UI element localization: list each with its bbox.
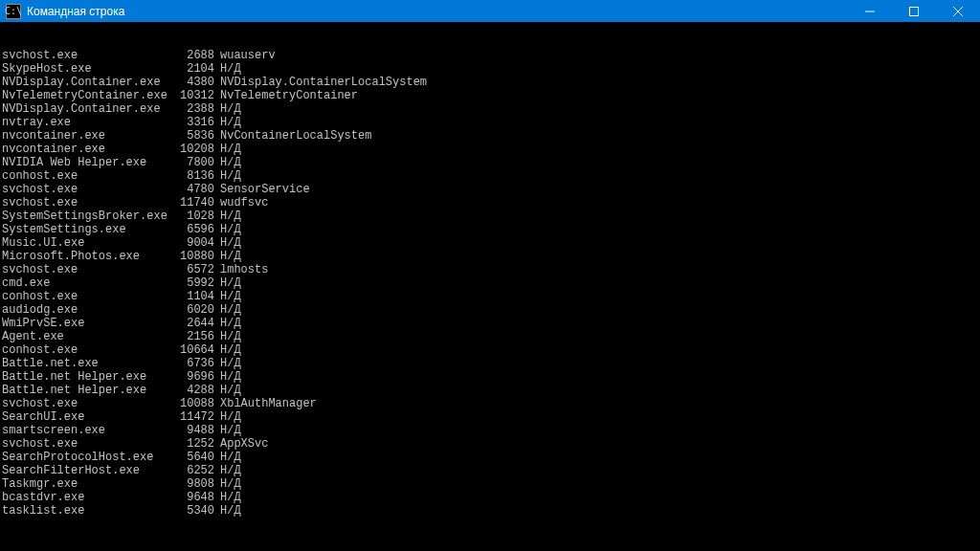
process-name: svchost.exe: [2, 49, 174, 62]
process-pid: 2156: [174, 330, 214, 343]
process-name: WmiPrvSE.exe: [2, 317, 174, 330]
process-name: SkypeHost.exe: [2, 62, 174, 76]
process-service: NVDisplay.ContainerLocalSystem: [220, 76, 427, 89]
process-name: nvcontainer.exe: [2, 143, 174, 156]
process-name: conhost.exe: [2, 290, 174, 303]
process-pid: 6020: [174, 303, 214, 317]
process-row: audiodg.exe6020Н/Д: [2, 303, 978, 317]
process-row: conhost.exe10664Н/Д: [2, 343, 978, 357]
process-row: tasklist.exe5340Н/Д: [2, 504, 978, 518]
process-name: SearchFilterHost.exe: [2, 464, 174, 477]
process-name: nvtray.exe: [2, 116, 174, 129]
process-service: SensorService: [220, 183, 310, 196]
process-name: NVIDIA Web Helper.exe: [2, 156, 174, 169]
terminal-output[interactable]: svchost.exe2688wuauservSkypeHost.exe2104…: [0, 22, 980, 551]
process-service: Н/Д: [220, 464, 241, 477]
process-row: Agent.exe2156Н/Д: [2, 330, 978, 343]
process-name: Microsoft.Photos.exe: [2, 250, 174, 263]
svg-rect-1: [910, 7, 919, 15]
process-service: lmhosts: [220, 263, 268, 276]
process-service: Н/Д: [220, 410, 241, 424]
process-row: NVDisplay.Container.exe2388Н/Д: [2, 102, 978, 116]
process-pid: 1028: [174, 209, 214, 223]
close-icon: [953, 7, 963, 16]
process-pid: 9488: [174, 424, 214, 437]
close-button[interactable]: [936, 0, 980, 22]
process-row: nvcontainer.exe10208Н/Д: [2, 143, 978, 156]
process-service: Н/Д: [220, 330, 241, 343]
process-service: wuauserv: [220, 49, 276, 62]
process-name: svchost.exe: [2, 437, 174, 451]
process-name: SystemSettings.exe: [2, 223, 174, 236]
process-service: Н/Д: [220, 102, 241, 116]
process-name: svchost.exe: [2, 183, 174, 196]
cmd-icon: C:\: [6, 4, 21, 19]
titlebar[interactable]: C:\ Командная строка: [0, 0, 980, 22]
process-service: Н/Д: [220, 491, 241, 504]
process-service: Н/Д: [220, 62, 241, 76]
process-row: svchost.exe10088XblAuthManager: [2, 397, 978, 410]
process-pid: 2644: [174, 317, 214, 330]
process-name: Music.UI.exe: [2, 236, 174, 250]
process-row: SystemSettings.exe6596Н/Д: [2, 223, 978, 236]
process-service: Н/Д: [220, 370, 241, 384]
process-row: svchost.exe2688wuauserv: [2, 49, 978, 62]
process-pid: 5836: [174, 129, 214, 143]
process-row: SkypeHost.exe2104Н/Д: [2, 62, 978, 76]
process-service: Н/Д: [220, 477, 241, 491]
process-pid: 9004: [174, 236, 214, 250]
process-name: bcastdvr.exe: [2, 491, 174, 504]
process-row: SearchUI.exe11472Н/Д: [2, 410, 978, 424]
process-service: Н/Д: [220, 276, 241, 290]
minimize-button[interactable]: [848, 0, 892, 22]
process-service: Н/Д: [220, 143, 241, 156]
process-row: WmiPrvSE.exe2644Н/Д: [2, 317, 978, 330]
process-row: SystemSettingsBroker.exe1028Н/Д: [2, 209, 978, 223]
process-pid: 4780: [174, 183, 214, 196]
process-pid: 6596: [174, 223, 214, 236]
process-name: tasklist.exe: [2, 504, 174, 518]
process-name: Taskmgr.exe: [2, 477, 174, 491]
process-name: SystemSettingsBroker.exe: [2, 209, 174, 223]
process-pid: 5640: [174, 451, 214, 464]
process-service: Н/Д: [220, 424, 241, 437]
process-pid: 2388: [174, 102, 214, 116]
process-service: NvContainerLocalSystem: [220, 129, 371, 143]
process-service: Н/Д: [220, 317, 241, 330]
process-name: NvTelemetryContainer.exe: [2, 89, 174, 102]
process-pid: 10664: [174, 343, 214, 357]
process-service: NvTelemetryContainer: [220, 89, 358, 102]
process-name: Battle.net Helper.exe: [2, 384, 174, 397]
process-pid: 1252: [174, 437, 214, 451]
process-row: Music.UI.exe9004Н/Д: [2, 236, 978, 250]
process-service: Н/Д: [220, 236, 241, 250]
process-name: svchost.exe: [2, 397, 174, 410]
maximize-icon: [909, 7, 919, 16]
process-row: smartscreen.exe9488Н/Д: [2, 424, 978, 437]
process-row: Battle.net.exe6736Н/Д: [2, 357, 978, 370]
process-row: NVDisplay.Container.exe4380NVDisplay.Con…: [2, 76, 978, 89]
process-row: svchost.exe11740wudfsvc: [2, 196, 978, 209]
process-pid: 9648: [174, 491, 214, 504]
process-row: NvTelemetryContainer.exe10312NvTelemetry…: [2, 89, 978, 102]
process-service: Н/Д: [220, 169, 241, 183]
process-row: NVIDIA Web Helper.exe7800Н/Д: [2, 156, 978, 169]
process-row: Microsoft.Photos.exe10880Н/Д: [2, 250, 978, 263]
process-pid: 2688: [174, 49, 214, 62]
maximize-button[interactable]: [892, 0, 936, 22]
process-pid: 3316: [174, 116, 214, 129]
process-service: Н/Д: [220, 156, 241, 169]
process-service: Н/Д: [220, 116, 241, 129]
process-service: Н/Д: [220, 303, 241, 317]
process-pid: 2104: [174, 62, 214, 76]
process-name: svchost.exe: [2, 263, 174, 276]
process-service: Н/Д: [220, 209, 241, 223]
process-row: conhost.exe1104Н/Д: [2, 290, 978, 303]
process-row: nvcontainer.exe5836NvContainerLocalSyste…: [2, 129, 978, 143]
process-list: svchost.exe2688wuauservSkypeHost.exe2104…: [2, 49, 978, 518]
process-name: SearchProtocolHost.exe: [2, 451, 174, 464]
process-pid: 6572: [174, 263, 214, 276]
process-row: Taskmgr.exe9808Н/Д: [2, 477, 978, 491]
process-pid: 11740: [174, 196, 214, 209]
process-pid: 11472: [174, 410, 214, 424]
